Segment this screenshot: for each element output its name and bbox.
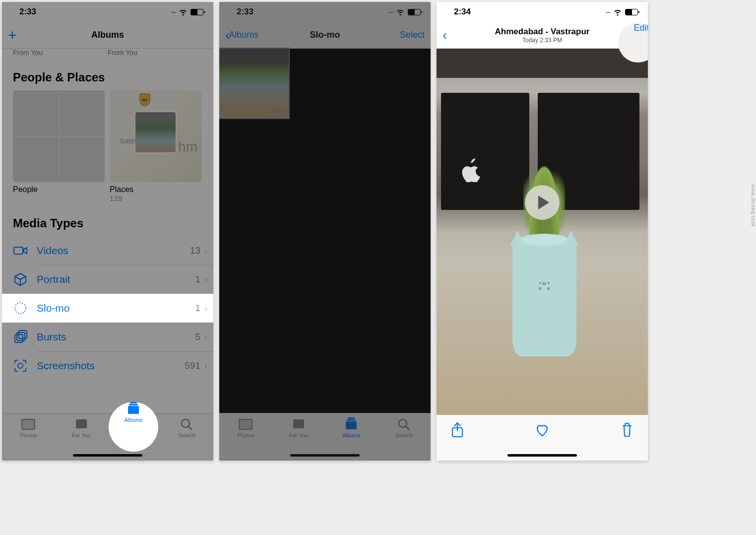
bursts-icon	[13, 330, 28, 344]
album-grid: 0:09	[219, 49, 431, 413]
add-button[interactable]: +	[8, 28, 17, 43]
svg-point-5	[18, 363, 23, 368]
edit-button[interactable]: Edit	[633, 23, 648, 33]
svg-rect-3	[17, 333, 25, 340]
play-button[interactable]	[525, 185, 560, 220]
tab-search[interactable]: Search	[378, 417, 431, 461]
cellular-icon	[388, 7, 393, 17]
nav-bar: ‹ Ahmedabad - Vastrapur Today 2:33 PM	[437, 22, 648, 49]
svg-rect-8	[76, 419, 87, 428]
svg-point-19	[399, 419, 407, 427]
svg-rect-12	[130, 402, 137, 403]
status-right	[171, 7, 203, 17]
tab-photos[interactable]: Photos	[219, 417, 272, 461]
bottom-toolbar	[437, 415, 648, 461]
video-preview[interactable]: • ω •≡ ≡	[437, 49, 648, 415]
status-time: 2:34	[446, 7, 471, 17]
truncated-prev-section: From You From You	[2, 49, 213, 57]
svg-rect-13	[239, 419, 252, 429]
people-thumbnail	[13, 90, 105, 182]
svg-rect-16	[346, 421, 357, 429]
home-indicator[interactable]	[73, 454, 142, 457]
nav-bar: ‹ Albums Slo-mo Select	[219, 22, 431, 49]
home-indicator[interactable]	[290, 454, 360, 457]
apple-logo-icon	[462, 158, 482, 182]
media-row-portrait[interactable]: Portrait 1 ›	[2, 265, 213, 294]
map-pin-icon: RJ 147	[139, 93, 150, 106]
wifi-icon	[396, 7, 405, 16]
media-row-screenshots[interactable]: Screenshots 591 ›	[2, 351, 213, 380]
places-label: Places	[110, 182, 201, 194]
chevron-right-icon: ›	[204, 361, 207, 371]
video-duration: 0:09	[272, 108, 286, 116]
tab-photos[interactable]: Photos	[2, 417, 55, 461]
section-people-places-title: People & Places	[2, 57, 213, 90]
nav-bar: + Albums	[2, 22, 213, 49]
screen-albums: 2:33 + Albums From You From You People &…	[2, 2, 213, 461]
select-button[interactable]: Select	[400, 30, 425, 40]
places-album[interactable]: RJ 147 Satel hm Places 129	[110, 90, 201, 202]
share-icon[interactable]	[450, 422, 464, 438]
video-icon	[13, 243, 28, 258]
status-bar: 2:34	[437, 2, 648, 22]
people-places-row: People RJ 147 Satel hm Places 129	[2, 90, 213, 202]
tab-albums[interactable]: Albums	[125, 402, 143, 452]
people-album[interactable]: People	[13, 90, 105, 202]
chevron-right-icon: ›	[204, 303, 207, 314]
map-text-left: Satel	[120, 136, 136, 145]
chevron-right-icon: ›	[204, 246, 207, 256]
play-icon	[538, 196, 549, 209]
battery-icon	[625, 9, 638, 15]
chevron-left-icon: ‹	[442, 28, 447, 42]
content: From You From You People & Places People…	[2, 49, 213, 413]
places-count: 129	[110, 194, 201, 202]
wifi-icon	[179, 7, 188, 16]
svg-rect-10	[128, 406, 139, 414]
watermark: www.deuaq.com	[751, 184, 756, 227]
albums-icon	[126, 402, 141, 415]
svg-point-9	[182, 419, 189, 427]
svg-rect-17	[347, 419, 356, 421]
chevron-right-icon: ›	[204, 274, 207, 285]
section-media-types-title: Media Types	[2, 202, 213, 236]
search-icon	[397, 417, 412, 430]
for-you-icon	[291, 417, 306, 430]
back-button[interactable]: ‹ Albums	[225, 28, 265, 42]
chevron-right-icon: ›	[204, 332, 207, 342]
media-row-videos[interactable]: Videos 13 ›	[2, 236, 213, 265]
places-thumbnail: RJ 147 Satel hm	[110, 90, 201, 182]
photos-icon	[21, 417, 36, 430]
status-bar: 2:33	[2, 2, 213, 22]
tab-bar: Photos For You Albums Search	[219, 413, 431, 461]
svg-point-1	[15, 303, 26, 314]
media-types-list: Videos 13 › Portrait 1 › Slo-mo 1 › Burs…	[2, 236, 213, 380]
wifi-icon	[613, 7, 622, 16]
for-you-icon	[74, 417, 89, 430]
cube-icon	[13, 272, 28, 287]
heart-icon[interactable]	[535, 422, 549, 438]
search-icon	[180, 417, 194, 430]
media-row-slomo[interactable]: Slo-mo 1 ›	[2, 294, 213, 323]
albums-icon	[344, 417, 359, 430]
video-thumbnail[interactable]: 0:09	[219, 49, 289, 118]
tab-bar: Photos For You Search	[2, 413, 213, 461]
map-text-right: hm	[178, 139, 197, 155]
media-row-bursts[interactable]: Bursts 5 ›	[2, 323, 213, 351]
status-right	[388, 7, 421, 17]
plant-pot: • ω •≡ ≡	[504, 144, 584, 356]
trash-icon[interactable]	[620, 422, 634, 438]
status-right	[606, 7, 638, 17]
screenshots-icon	[13, 358, 28, 373]
svg-rect-6	[22, 419, 35, 429]
svg-rect-11	[129, 404, 138, 405]
screen-video-detail: 2:34 ‹ Ahmedabad - Vastrapur Today 2:33 …	[437, 2, 648, 461]
battery-icon	[408, 9, 421, 15]
slomo-icon	[13, 301, 28, 316]
back-button[interactable]: ‹	[442, 28, 482, 42]
status-bar: 2:33	[219, 2, 431, 22]
home-indicator[interactable]	[507, 454, 577, 457]
svg-rect-15	[293, 419, 304, 428]
svg-rect-0	[14, 247, 23, 254]
tab-search[interactable]: Search	[161, 417, 214, 461]
photos-icon	[238, 417, 253, 430]
